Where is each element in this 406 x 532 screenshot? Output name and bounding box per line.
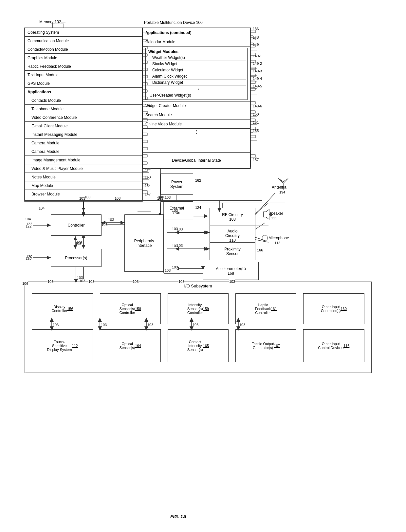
svg-marker-129 <box>47 256 51 260</box>
bus-103-8: 103 <box>101 223 107 227</box>
memory-item-haptic: Haptic Feedback Module <box>25 62 142 71</box>
ref-150: 150 <box>253 112 259 116</box>
ref-166: 166 <box>257 248 263 252</box>
ref-157: 157 <box>253 158 259 162</box>
bus-103-6: 103 <box>172 244 178 248</box>
speaker-symbol <box>262 208 272 221</box>
antenna-symbol <box>277 177 290 190</box>
bus-103-io5: 103 <box>229 280 235 284</box>
device-calendar: Calendar Module <box>143 37 250 46</box>
widget-calculator: Calculator Widget <box>147 67 246 73</box>
microphone-symbol <box>262 235 268 241</box>
memory-item-contact: Contact/Motion Module <box>25 45 142 54</box>
memory-item-video-music: Video & Music Player Module <box>25 164 142 173</box>
diagram: Memory 102 Operating System Communicatio… <box>0 0 406 532</box>
memory-item-image-mgmt: Image Management Module <box>25 156 142 164</box>
widget-modules-box: Widget Modules Weather Widget(s) Stocks … <box>145 48 248 100</box>
widget-user-created: User-Created Widget(s) <box>147 92 246 98</box>
touch-display-box: Touch-SensitiveDisplay System112 <box>32 329 93 362</box>
ref-124: 124 <box>195 206 201 210</box>
ref-120: 120 <box>26 255 32 259</box>
bus-103-7: 103 <box>172 265 178 269</box>
bus-103-io1: 103 <box>47 280 53 284</box>
ref-149-6: 149-6 <box>253 104 262 108</box>
widget-dictionary: Dictionary Widget <box>147 80 246 86</box>
svg-text:104: 104 <box>25 217 31 221</box>
device-more-dots: ⋮ <box>143 129 250 135</box>
display-controller-box: DisplayController 156 <box>32 293 93 324</box>
memory-item-map: Map Module <box>25 181 142 190</box>
controller-box: Controller <box>51 214 101 236</box>
bus-103-9: 103 <box>75 242 81 246</box>
device-search: Search Module <box>143 110 250 119</box>
svg-marker-125 <box>73 236 77 240</box>
io-controllers-row: DisplayController 156 OpticalSensor(s)Co… <box>25 290 371 326</box>
ref-106: 106 <box>22 282 28 285</box>
widget-weather: Weather Widget(s) <box>147 55 246 61</box>
svg-line-151 <box>255 223 265 229</box>
tactile-output-box: Tactile OutputGenerator(s)167 <box>235 329 296 362</box>
rf-circuitry-box: RF Circuitry108 <box>210 208 255 226</box>
widget-dots: ⋮ <box>147 86 246 92</box>
optical-sensor-ctrl-box: OpticalSensor(s)Controller 158 <box>100 293 161 324</box>
ref-154: 154 <box>145 184 151 188</box>
intensity-sensor-ctrl-box: IntensitySensor(s)Controller 159 <box>168 293 229 324</box>
optical-sensors-box: OpticalSensor(s)164 <box>100 329 161 362</box>
svg-marker-131 <box>120 221 124 225</box>
memory-item-os: Operating System <box>25 28 142 37</box>
device-box: Applications (continued) Calendar Module… <box>142 28 250 152</box>
ref-149-3: 149-3 <box>253 69 262 73</box>
peripherals-box: PeripheralsInterface <box>124 214 164 272</box>
microphone-label: Microphone <box>268 236 289 240</box>
widget-modules-label: Widget Modules <box>147 49 246 54</box>
ref-113: 113 <box>274 241 280 245</box>
svg-marker-140 <box>206 230 210 234</box>
bus-103-4: 103 <box>172 209 178 212</box>
ref-151: 151 <box>253 120 259 124</box>
ref-122: 122 <box>26 222 32 226</box>
memory-item-workout: Camera Module <box>25 139 142 147</box>
memory-item-email: E-mail Client Module <box>25 122 142 130</box>
other-input-ctrl-box: Other InputController(s)160 <box>303 293 364 324</box>
bus-103-5: 103 <box>172 227 178 231</box>
processor-box: Processor(s) <box>51 249 101 267</box>
bus-103-3: 103 <box>157 196 163 200</box>
ref-149: 149 <box>253 43 259 46</box>
ref-147: 147 <box>145 192 151 196</box>
memory-item-comm: Communication Module <box>25 37 142 45</box>
ref-111: 111 <box>271 216 277 220</box>
svg-line-104 <box>283 178 288 183</box>
svg-marker-62 <box>204 230 208 234</box>
widget-stocks: Stocks Widget <box>147 61 246 67</box>
svg-text:103: 103 <box>165 268 171 272</box>
device-online-video: Online Video Module <box>143 119 250 129</box>
memory-item-graphics: Graphics Module <box>25 54 142 62</box>
device-title: Portable Multifunction Device 100 <box>144 20 203 25</box>
svg-marker-107 <box>264 210 269 219</box>
svg-marker-143 <box>206 247 210 251</box>
contact-intensity-box: ContactIntensitySensor(s)165 <box>168 329 229 362</box>
widget-alarm: Alarm Clock Widget <box>147 73 246 80</box>
memory-item-gps: GPS Module <box>25 79 142 88</box>
device-global-state: Device/Global Internal State <box>142 152 250 169</box>
ref-162: 162 <box>195 178 201 182</box>
svg-marker-65 <box>204 247 208 251</box>
accelerometers-box: Accelerometer(s)168 <box>203 262 259 280</box>
memory-item-contacts: Contacts Module <box>25 96 142 105</box>
bus-103-1: 103 <box>79 196 85 200</box>
memory-item-apps: Applications <box>25 88 142 96</box>
memory-item-im: Instant Messaging Module <box>25 130 142 139</box>
memory-item-notes: Notes Module <box>25 173 142 181</box>
ref-149-1: 149-1 <box>253 54 262 58</box>
memory-box: Operating System Communication Module Co… <box>25 28 142 201</box>
io-subsystem-box: I/O Subsystem DisplayController 156 Opti… <box>25 282 372 373</box>
ref-153: 153 <box>145 175 151 179</box>
ref-149-4: 149-4 <box>253 77 262 81</box>
bus-103-io2: 103 <box>88 280 94 284</box>
bus-103-io3: 103 <box>133 280 138 284</box>
bus-103-2: 103 <box>115 196 120 200</box>
fig-caption: FIG. 1A <box>170 514 186 519</box>
io-sensors-row: Touch-SensitiveDisplay System112 Optical… <box>25 326 371 364</box>
svg-marker-43 <box>82 208 85 211</box>
proximity-sensor-box: ProximitySensor <box>210 242 255 260</box>
